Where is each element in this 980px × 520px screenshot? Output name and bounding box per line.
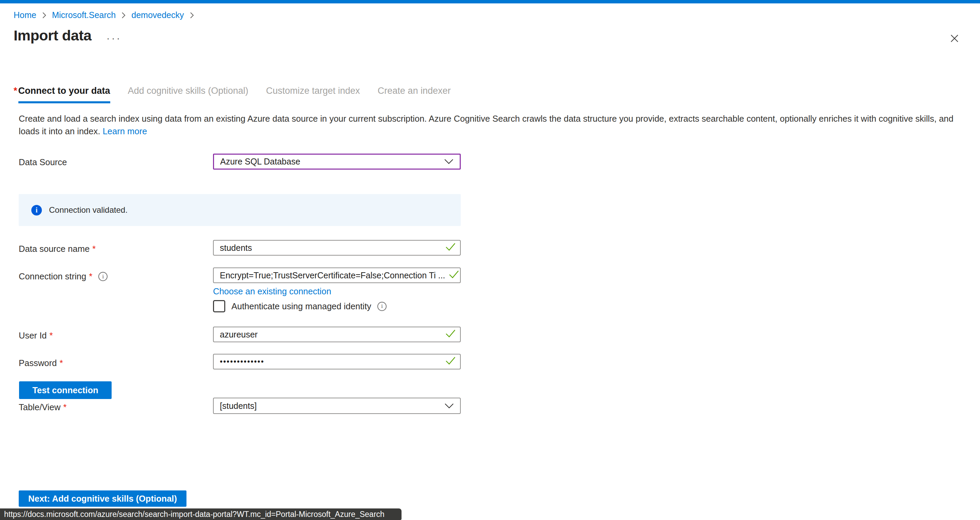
- label-text: User Id: [19, 331, 47, 341]
- valid-check-icon: [445, 243, 456, 253]
- managed-identity-row: Authenticate using managed identity i: [213, 300, 387, 312]
- portal-top-bar: [0, 0, 980, 3]
- label-text: Data source name: [19, 244, 89, 254]
- checkbox-label: Authenticate using managed identity: [231, 301, 371, 311]
- link-preview-status-bar: https://docs.microsoft.com/azure/search/…: [0, 509, 401, 520]
- dropdown-value: [students]: [220, 401, 256, 411]
- required-marker: *: [63, 403, 67, 412]
- chevron-down-icon: [444, 401, 454, 411]
- more-actions-button[interactable]: ···: [107, 32, 122, 44]
- data-source-name-input[interactable]: students: [213, 240, 461, 255]
- chevron-right-icon: [42, 11, 47, 19]
- next-add-cognitive-skills-button[interactable]: Next: Add cognitive skills (Optional): [19, 490, 186, 507]
- tab-create-an-indexer[interactable]: Create an indexer: [378, 86, 451, 96]
- label-text: Table/View: [19, 403, 60, 412]
- close-icon[interactable]: [948, 32, 961, 45]
- breadcrumb-demovedecky[interactable]: demovedecky: [131, 10, 184, 20]
- required-marker: *: [92, 244, 95, 254]
- required-marker: *: [60, 358, 63, 368]
- connection-string-label: Connection string * i: [19, 271, 108, 281]
- tab-label: Customize target index: [266, 86, 360, 96]
- input-value: Encrypt=True;TrustServerCertificate=Fals…: [220, 271, 454, 281]
- tab-connect-to-your-data[interactable]: * Connect to your data: [14, 86, 110, 103]
- tab-label: Add cognitive skills (Optional): [128, 86, 248, 96]
- table-view-label: Table/View *: [19, 403, 67, 412]
- connection-string-input[interactable]: Encrypt=True;TrustServerCertificate=Fals…: [213, 268, 461, 283]
- learn-more-link[interactable]: Learn more: [103, 127, 147, 136]
- data-source-name-label: Data source name *: [19, 244, 95, 254]
- tab-label: Connect to your data: [18, 86, 110, 103]
- valid-check-icon: [445, 329, 456, 340]
- intro-description: Create and load a search index using dat…: [19, 113, 967, 138]
- valid-check-icon: [449, 270, 460, 281]
- chevron-down-icon: [444, 157, 453, 166]
- breadcrumb: Home Microsoft.Search demovedecky: [14, 10, 200, 20]
- banner-message: Connection validated.: [49, 205, 127, 215]
- wizard-tabs: * Connect to your data Add cognitive ski…: [14, 86, 468, 103]
- label-text: Password: [19, 358, 57, 368]
- label-text: Connection string: [19, 271, 86, 281]
- user-id-input[interactable]: azureuser: [213, 327, 461, 342]
- managed-identity-checkbox[interactable]: [213, 300, 225, 312]
- page-title: Import data: [14, 27, 92, 44]
- label-text: Data Source: [19, 157, 67, 167]
- breadcrumb-home[interactable]: Home: [14, 10, 37, 20]
- input-value: •••••••••••••: [220, 357, 454, 366]
- status-url: https://docs.microsoft.com/azure/search/…: [4, 510, 385, 519]
- data-source-dropdown[interactable]: Azure SQL Database: [213, 154, 461, 170]
- required-marker: *: [49, 331, 53, 341]
- tab-customize-target-index[interactable]: Customize target index: [266, 86, 360, 96]
- dropdown-value: Azure SQL Database: [220, 157, 300, 166]
- password-label: Password *: [19, 358, 63, 368]
- user-id-label: User Id *: [19, 331, 53, 341]
- required-marker: *: [89, 271, 92, 281]
- valid-check-icon: [445, 356, 456, 367]
- info-icon[interactable]: i: [377, 302, 387, 311]
- info-icon[interactable]: i: [98, 272, 108, 281]
- required-marker: *: [14, 86, 18, 103]
- data-source-label: Data Source: [19, 157, 67, 167]
- connection-validated-banner: i Connection validated.: [19, 194, 461, 226]
- test-connection-button[interactable]: Test connection: [19, 381, 111, 399]
- info-icon: i: [31, 205, 42, 216]
- chevron-right-icon: [121, 11, 126, 19]
- import-data-blade: Home Microsoft.Search demovedecky Import…: [0, 0, 980, 520]
- chevron-right-icon: [189, 11, 194, 19]
- tab-label: Create an indexer: [378, 86, 451, 96]
- tab-add-cognitive-skills[interactable]: Add cognitive skills (Optional): [128, 86, 248, 96]
- input-value: students: [220, 243, 454, 253]
- intro-text: Create and load a search index using dat…: [19, 114, 953, 136]
- input-value: azureuser: [220, 330, 454, 339]
- blade-header: Import data ···: [14, 27, 122, 44]
- choose-existing-connection-link[interactable]: Choose an existing connection: [213, 287, 331, 296]
- password-input[interactable]: •••••••••••••: [213, 354, 461, 369]
- table-view-dropdown[interactable]: [students]: [213, 398, 461, 414]
- breadcrumb-microsoft-search[interactable]: Microsoft.Search: [52, 10, 116, 20]
